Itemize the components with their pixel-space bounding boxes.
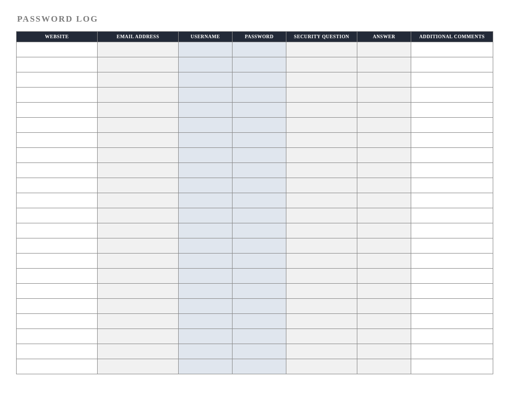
table-cell[interactable] [357,314,411,329]
table-cell[interactable] [233,42,286,57]
table-cell[interactable] [357,208,411,223]
table-cell[interactable] [179,359,233,374]
table-cell[interactable] [357,57,411,72]
table-cell[interactable] [17,284,98,299]
table-cell[interactable] [17,359,98,374]
table-cell[interactable] [411,103,493,118]
table-cell[interactable] [179,238,233,254]
table-cell[interactable] [179,57,233,72]
table-cell[interactable] [17,133,98,148]
table-cell[interactable] [286,133,357,148]
table-cell[interactable] [179,269,233,284]
table-cell[interactable] [411,57,493,72]
table-cell[interactable] [98,133,179,148]
table-cell[interactable] [98,57,179,72]
table-cell[interactable] [411,72,493,88]
table-cell[interactable] [17,88,98,103]
table-cell[interactable] [357,118,411,133]
table-cell[interactable] [179,42,233,57]
table-cell[interactable] [411,238,493,254]
table-cell[interactable] [98,223,179,238]
table-cell[interactable] [233,57,286,72]
table-cell[interactable] [233,178,286,193]
table-cell[interactable] [357,133,411,148]
table-cell[interactable] [411,193,493,208]
table-cell[interactable] [98,103,179,118]
table-cell[interactable] [98,178,179,193]
table-cell[interactable] [286,193,357,208]
table-cell[interactable] [98,284,179,299]
table-cell[interactable] [179,223,233,238]
table-cell[interactable] [233,238,286,254]
table-cell[interactable] [233,208,286,223]
table-cell[interactable] [233,344,286,359]
table-cell[interactable] [411,223,493,238]
table-cell[interactable] [286,148,357,163]
table-cell[interactable] [98,238,179,254]
table-cell[interactable] [17,72,98,88]
table-cell[interactable] [17,103,98,118]
table-cell[interactable] [17,254,98,269]
table-cell[interactable] [233,133,286,148]
table-cell[interactable] [17,118,98,133]
table-cell[interactable] [98,163,179,178]
table-cell[interactable] [179,254,233,269]
table-cell[interactable] [286,178,357,193]
table-cell[interactable] [357,88,411,103]
table-cell[interactable] [17,238,98,254]
table-cell[interactable] [411,269,493,284]
table-cell[interactable] [357,178,411,193]
table-cell[interactable] [179,329,233,344]
table-cell[interactable] [411,314,493,329]
table-cell[interactable] [233,314,286,329]
table-cell[interactable] [286,314,357,329]
table-cell[interactable] [98,88,179,103]
table-cell[interactable] [179,118,233,133]
table-cell[interactable] [411,88,493,103]
table-cell[interactable] [17,299,98,314]
table-cell[interactable] [98,299,179,314]
table-cell[interactable] [357,42,411,57]
table-cell[interactable] [286,72,357,88]
table-cell[interactable] [411,178,493,193]
table-cell[interactable] [286,299,357,314]
table-cell[interactable] [233,72,286,88]
table-cell[interactable] [286,329,357,344]
table-cell[interactable] [98,314,179,329]
table-cell[interactable] [98,72,179,88]
table-cell[interactable] [98,118,179,133]
table-cell[interactable] [233,88,286,103]
table-cell[interactable] [286,254,357,269]
table-cell[interactable] [179,133,233,148]
table-cell[interactable] [286,223,357,238]
table-cell[interactable] [179,72,233,88]
table-cell[interactable] [17,148,98,163]
table-cell[interactable] [179,103,233,118]
table-cell[interactable] [98,148,179,163]
table-cell[interactable] [286,57,357,72]
table-cell[interactable] [286,88,357,103]
table-cell[interactable] [179,284,233,299]
table-cell[interactable] [411,254,493,269]
table-cell[interactable] [17,208,98,223]
table-cell[interactable] [357,223,411,238]
table-cell[interactable] [179,193,233,208]
table-cell[interactable] [411,299,493,314]
table-cell[interactable] [286,284,357,299]
table-cell[interactable] [98,193,179,208]
table-cell[interactable] [286,208,357,223]
table-cell[interactable] [286,42,357,57]
table-cell[interactable] [179,88,233,103]
table-cell[interactable] [233,299,286,314]
table-cell[interactable] [286,118,357,133]
table-cell[interactable] [179,314,233,329]
table-cell[interactable] [233,359,286,374]
table-cell[interactable] [233,148,286,163]
table-cell[interactable] [17,344,98,359]
table-cell[interactable] [286,359,357,374]
table-cell[interactable] [411,359,493,374]
table-cell[interactable] [17,163,98,178]
table-cell[interactable] [357,284,411,299]
table-cell[interactable] [98,254,179,269]
table-cell[interactable] [286,163,357,178]
